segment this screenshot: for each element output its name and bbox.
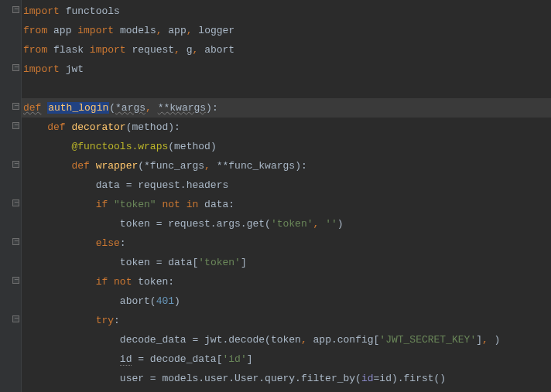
- code-line: [22, 79, 551, 98]
- code-line: from flask import request, g, abort: [22, 40, 551, 60]
- code-line: @functools.wraps(method): [22, 137, 551, 156]
- string: 'id': [222, 353, 246, 365]
- code-line: user = models.user.User.query.filter_by(…: [22, 369, 551, 388]
- string: "token": [114, 199, 156, 210]
- identifier: app.config: [313, 334, 374, 346]
- code-line-highlighted: def auth_login(*args, **kwargs):: [22, 98, 551, 118]
- identifier: request.args.get: [168, 218, 265, 230]
- keyword: not: [114, 276, 132, 288]
- keyword: import: [23, 63, 60, 75]
- identifier: models.user.User.query.filter_by: [162, 373, 355, 384]
- parameter: *func_args: [144, 160, 204, 172]
- string: 'JWT_SECRET_KEY': [379, 334, 476, 346]
- identifier: app: [53, 25, 71, 36]
- code-line: if not token:: [22, 272, 551, 291]
- identifier: flask: [53, 44, 84, 56]
- code-line: import functools: [22, 2, 551, 21]
- identifier: token: [271, 334, 301, 346]
- fold-marker[interactable]: [12, 238, 19, 245]
- keyword: import: [90, 44, 126, 56]
- parameter: **kwargs: [158, 102, 206, 114]
- code-line: abort(401): [22, 291, 551, 311]
- identifier: data: [204, 199, 228, 210]
- decorator: @functools.wraps: [71, 141, 168, 152]
- fold-marker[interactable]: [12, 161, 19, 168]
- keyword: import: [77, 25, 114, 36]
- parameter: *args: [115, 102, 145, 114]
- identifier: request.headers: [138, 179, 228, 191]
- identifier: method: [174, 141, 210, 152]
- code-line: token = request.args.get('token', ''): [22, 214, 551, 233]
- keyword: def: [47, 121, 65, 133]
- identifier: models: [120, 25, 156, 36]
- code-line: token = data['token']: [22, 253, 551, 272]
- code-line: def wrapper(*func_args, **func_kwargs):: [22, 156, 551, 176]
- fold-marker[interactable]: [12, 199, 19, 206]
- identifier: token: [138, 276, 168, 288]
- keyword: from: [23, 25, 47, 36]
- identifier: token: [120, 218, 150, 230]
- identifier: abort: [204, 44, 234, 56]
- identifier: id: [379, 373, 392, 384]
- fold-marker[interactable]: [12, 122, 19, 129]
- string: '': [325, 218, 337, 230]
- identifier: jwt.decode: [204, 334, 265, 346]
- function-name: auth_login: [47, 102, 109, 114]
- keyword: if: [96, 276, 108, 288]
- code-line: else:: [22, 233, 551, 253]
- identifier: functools: [66, 5, 120, 17]
- identifier: user: [120, 373, 144, 384]
- identifier: token: [120, 257, 150, 268]
- keyword: def: [23, 102, 41, 114]
- keyword: from: [23, 44, 47, 56]
- keyword: else: [96, 237, 120, 249]
- fold-marker[interactable]: [12, 277, 19, 284]
- keyword: if: [96, 199, 108, 210]
- keyword: in: [187, 199, 199, 210]
- identifier: jwt: [66, 63, 84, 75]
- gutter: [0, 0, 22, 392]
- code-line: id = decode_data['id']: [22, 349, 551, 369]
- identifier: logger: [198, 25, 234, 36]
- code-line: import jwt: [22, 60, 551, 79]
- string: 'token': [198, 257, 241, 268]
- identifier: abort: [120, 295, 150, 307]
- fold-marker[interactable]: [12, 64, 19, 71]
- identifier: data: [168, 257, 192, 268]
- identifier: g: [187, 44, 193, 56]
- identifier: decode_data: [150, 353, 217, 365]
- code-line: if "token" not in data:: [22, 195, 551, 214]
- identifier: app: [168, 25, 186, 36]
- function-name: decorator: [71, 121, 125, 133]
- parameter: **func_kwargs: [217, 160, 295, 172]
- identifier: request: [132, 44, 174, 56]
- function-name: wrapper: [96, 160, 139, 172]
- fold-marker[interactable]: [12, 103, 19, 110]
- code-line: try:: [22, 311, 551, 330]
- code-line: decode_data = jwt.decode(token, app.conf…: [22, 330, 551, 349]
- parameter: method: [132, 121, 168, 133]
- code-line: data = request.headers: [22, 176, 551, 195]
- fold-marker[interactable]: [12, 315, 19, 322]
- keyword: not: [162, 199, 180, 210]
- keyword: def: [71, 160, 89, 172]
- identifier: id: [120, 353, 132, 366]
- number: 401: [156, 295, 174, 307]
- identifier: .first(): [398, 373, 446, 384]
- string: 'token': [271, 218, 313, 230]
- code-editor[interactable]: import functools from app import models,…: [22, 0, 551, 388]
- keyword: try: [96, 315, 114, 326]
- fold-marker[interactable]: [12, 6, 19, 13]
- keyword: import: [23, 5, 60, 17]
- identifier: id: [361, 373, 374, 384]
- code-line: def decorator(method):: [22, 118, 551, 137]
- identifier: data: [96, 179, 120, 191]
- identifier: decode_data: [120, 334, 187, 346]
- code-line: from app import models, app, logger: [22, 21, 551, 40]
